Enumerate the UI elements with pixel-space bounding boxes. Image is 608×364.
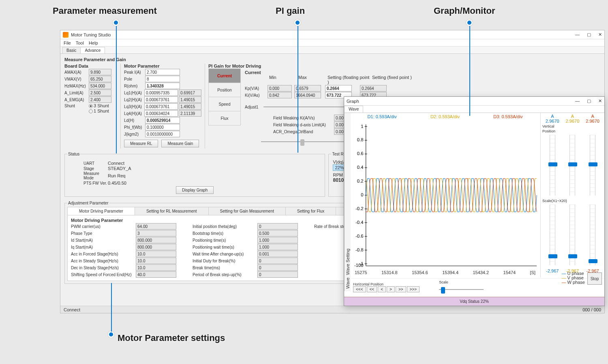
pi-gain-title: PI Gain for Motor Driving: [208, 64, 600, 68]
graph-min-icon[interactable]: —: [575, 98, 580, 104]
graph-window[interactable]: Graph —▢✕ Wave Wave Wave Setting D1: 0.5…: [344, 96, 605, 306]
motor-7[interactable]: 0.000529914: [145, 117, 180, 123]
adj-Shifting Speed of Forced End(Hz)[interactable]: 40.0: [136, 271, 176, 278]
pi-secondary-slider[interactable]: [261, 138, 354, 145]
adj-Phase Type[interactable]: 3: [136, 230, 176, 236]
menu-file[interactable]: File: [64, 40, 71, 45]
adj-legend: Adjustment Parameter: [67, 201, 109, 205]
nav->>[interactable]: >>: [396, 286, 406, 292]
nav->>>[interactable]: >>>: [407, 286, 420, 292]
svg-text:0.8: 0.8: [357, 137, 364, 142]
svg-text:-100: -100: [354, 263, 364, 268]
radio-3shunt[interactable]: [89, 104, 93, 108]
motor-9[interactable]: 0.0010000000: [145, 131, 180, 137]
motor-1[interactable]: 8: [145, 76, 180, 82]
svg-text:1: 1: [361, 124, 363, 129]
graph-close-icon[interactable]: ✕: [598, 98, 602, 104]
footer-count: 000 / 000: [582, 307, 601, 312]
pi-tab-position[interactable]: Position: [208, 83, 241, 97]
legend-d1: D1: 0.593A/div: [368, 114, 397, 119]
nav-<<<[interactable]: <<<: [353, 286, 366, 292]
board-A_Limit(A)[interactable]: 2.500: [89, 89, 111, 96]
vscale-slider-3[interactable]: [590, 204, 595, 265]
callout-motor-param: Motor Parameter settings: [118, 333, 225, 343]
svg-text:0.4: 0.4: [357, 165, 364, 170]
pi-tab-current[interactable]: Current: [208, 68, 241, 83]
nav-<[interactable]: <: [378, 286, 386, 292]
adj-tab-0[interactable]: Motor Driving Parameter: [67, 207, 135, 215]
adj-tab-3[interactable]: Setting for Flux: [285, 207, 336, 215]
legend-d3: D3: 0.593A/div: [493, 114, 522, 119]
nav-<<[interactable]: <<: [367, 286, 377, 292]
adj-Acc in Forced Stage(Hz/s)[interactable]: 10.0: [136, 251, 176, 257]
measure-gain-button[interactable]: Measure Gain: [161, 140, 199, 147]
radio-1shunt[interactable]: [89, 109, 93, 113]
adj-Id Start(mA)[interactable]: 800.000: [136, 237, 176, 243]
adj-Acc in Steady Stage(Hz/s)[interactable]: 10.0: [136, 258, 176, 264]
adj-Iq Start(mA)[interactable]: 800.000: [136, 244, 176, 250]
phase-legend: — U phase — V phase — W phase: [562, 271, 585, 285]
status-legend: Status: [67, 152, 80, 156]
adj-Positioning wait time(s)[interactable]: 1.000: [257, 244, 298, 250]
footer-status: Connect: [64, 307, 80, 312]
app-icon: [63, 32, 69, 38]
svg-text:0.2: 0.2: [357, 179, 364, 183]
side-tab-wave-setting[interactable]: Wave Setting: [345, 249, 350, 275]
vpos-slider-2[interactable]: [569, 135, 575, 196]
tab-advance[interactable]: Advance: [80, 47, 105, 53]
adj-Wait time After change-up(s)[interactable]: 0.001: [257, 251, 298, 257]
motor-2[interactable]: 1.340328: [145, 83, 180, 89]
svg-text:-0.2: -0.2: [355, 206, 363, 211]
motor-6[interactable]: 0.000634024: [144, 110, 178, 117]
svg-text:0: 0: [361, 192, 363, 197]
motor-5[interactable]: 0.000673761: [144, 103, 178, 110]
legend-d2: D2: 0.593A/div: [430, 114, 460, 119]
adj-Break time(ms)[interactable]: 0: [257, 264, 298, 271]
adj-Initial Duty for Break(%)[interactable]: 0: [257, 258, 298, 264]
motor-4[interactable]: 0.000673761: [144, 96, 178, 103]
adj-Period of Break step-up(%)[interactable]: 0: [257, 271, 298, 278]
vpos-slider-1[interactable]: [550, 135, 555, 196]
window-title: Motor Tuning Studio: [71, 32, 111, 37]
vscale-slider-1[interactable]: [550, 204, 555, 265]
display-graph-button[interactable]: Display Graph: [176, 186, 214, 194]
adj-tab-1[interactable]: Setting for RL Measurement: [135, 207, 209, 215]
side-tab-wave[interactable]: Wave: [345, 277, 350, 289]
graph-stop-button[interactable]: Stop: [587, 272, 602, 285]
graph-statusbar: Vdq Status 22%: [344, 297, 604, 306]
graph-max-icon[interactable]: ▢: [587, 98, 591, 104]
svg-text:-0.8: -0.8: [355, 247, 363, 252]
adj-Positioning time(s)[interactable]: 1.000: [257, 237, 298, 243]
menu-help[interactable]: Help: [89, 40, 98, 45]
pi-tab-speed[interactable]: Speed: [208, 97, 241, 111]
board-VMAX(V)[interactable]: 65.250: [89, 76, 111, 82]
hscale-slider[interactable]: [439, 286, 484, 293]
adj-Initial position theta(deg)[interactable]: 0: [257, 223, 298, 230]
menu-tool[interactable]: Tool: [76, 40, 84, 45]
vpos-slider-3[interactable]: [590, 135, 595, 196]
pi-tab-flux[interactable]: Flux: [208, 111, 241, 126]
vscale-slider-2[interactable]: [569, 204, 575, 265]
motor-0[interactable]: 2.700: [145, 69, 180, 75]
nav->[interactable]: >: [387, 286, 395, 292]
measure-rl-button[interactable]: Measure RL: [124, 140, 158, 147]
tab-basic[interactable]: Basic: [62, 47, 81, 53]
shunt-label: Shunt: [64, 104, 89, 108]
board-AMAX(A)[interactable]: 9.890: [89, 69, 111, 75]
close-icon[interactable]: ✕: [598, 32, 602, 37]
waveform-plot: 10.80.60.40.20-0.2-0.4-0.6-0.8-1-100: [351, 120, 539, 270]
board-HzMAX(Hz)[interactable]: 534.000: [89, 83, 111, 89]
motor-8[interactable]: 0.100000: [145, 124, 180, 130]
board-A_EMG(A)[interactable]: 2.400: [89, 96, 111, 103]
adj-PWM carrier(us)[interactable]: 64.00: [136, 223, 176, 230]
minimize-icon[interactable]: —: [575, 32, 580, 37]
svg-text:0.6: 0.6: [357, 151, 364, 156]
tab-wave[interactable]: Wave: [344, 106, 363, 113]
adj-tab-2[interactable]: Setting for Gain Measurement: [208, 207, 286, 215]
callout-param-measure: Parameter measurement: [53, 6, 157, 16]
adj-Bootstrap time(s)[interactable]: 0.500: [257, 230, 298, 236]
titlebar[interactable]: Motor Tuning Studio — ▢ ✕: [60, 30, 604, 39]
maximize-icon[interactable]: ▢: [587, 32, 591, 37]
adj-Dec in Steady Stage(Hz/s)[interactable]: 10.0: [136, 264, 176, 271]
motor-3[interactable]: 0.000957335: [144, 89, 178, 96]
